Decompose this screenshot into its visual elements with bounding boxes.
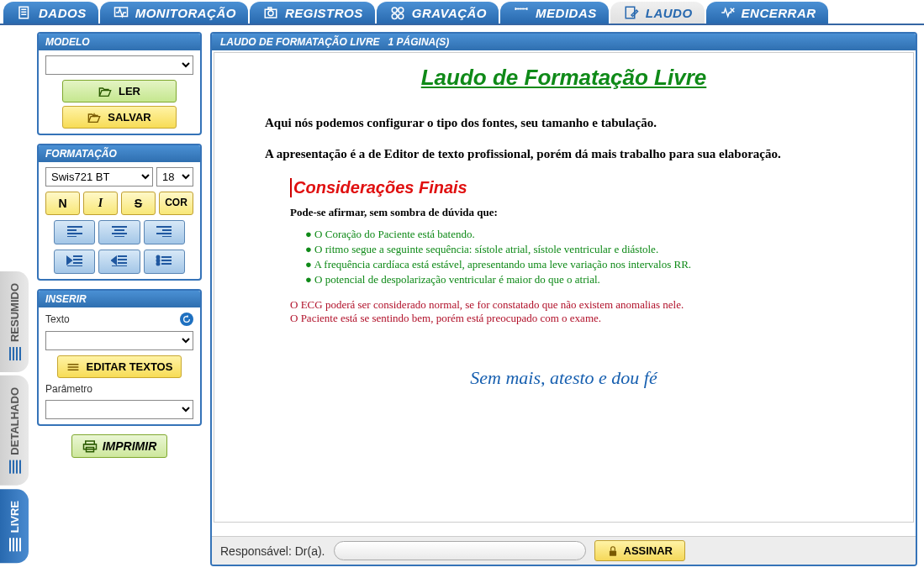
doc-subtitle: Considerações Finais: [290, 178, 863, 197]
indent-icon: [66, 255, 83, 266]
side-tab-detalhado[interactable]: DETALHADO: [0, 376, 29, 486]
bold-button[interactable]: N: [45, 192, 80, 215]
doc-bullet: O Coração do Paciente está batendo.: [305, 228, 863, 241]
font-size-select[interactable]: 18: [156, 167, 193, 187]
record-icon: [388, 5, 407, 20]
document-footer: Responsável: Dr(a). ASSINAR: [212, 536, 916, 565]
left-panel: MODELO LER SALVAR FORMATAÇÃO: [29, 25, 210, 573]
tab-label: LAUDO: [646, 6, 693, 20]
document-header: LAUDO DE FORMATAÇÃO LIVRE 1 PÁGINA(S): [212, 34, 916, 50]
button-label: SALVAR: [108, 111, 151, 123]
doc-paragraph: A apresentação é a de Editor de texto pr…: [265, 147, 863, 161]
inserir-header: INSERIR: [39, 291, 200, 307]
assinar-button[interactable]: ASSINAR: [594, 540, 686, 561]
doc-icon: [15, 5, 34, 20]
document-scroll[interactable]: Laudo de Formatação Livre Aqui nós podem…: [212, 50, 916, 536]
doc-bullet: O ritmo segue a seguinte sequência: síst…: [305, 243, 863, 256]
monitor-icon: [112, 5, 130, 20]
modelo-panel: MODELO LER SALVAR: [37, 32, 202, 135]
svg-marker-42: [112, 257, 116, 264]
font-select[interactable]: Swis721 BT: [45, 167, 153, 187]
button-label: IMPRIMIR: [103, 439, 157, 453]
align-right-icon: [156, 225, 172, 237]
lines-icon: [8, 460, 21, 474]
formatacao-panel: FORMATAÇÃO Swis721 BT 18 N I S COR: [37, 144, 202, 281]
button-label: ASSINAR: [624, 544, 673, 557]
align-right-button[interactable]: [144, 220, 185, 244]
lines-icon: [8, 347, 21, 360]
modelo-header: MODELO: [39, 34, 200, 50]
lock-icon: [607, 545, 619, 557]
side-tab-resumido[interactable]: RESUMIDO: [0, 271, 29, 372]
document-page[interactable]: Laudo de Formatação Livre Aqui nós podem…: [214, 52, 914, 523]
tab-monitoracao[interactable]: MONITORAÇÃO: [100, 2, 248, 24]
ruler-icon: [512, 5, 531, 20]
editar-textos-button[interactable]: EDITAR TEXTOS: [57, 355, 182, 378]
svg-rect-55: [609, 550, 615, 555]
side-tab-label: LIVRE: [8, 501, 21, 533]
svg-point-6: [268, 11, 273, 16]
refresh-button[interactable]: [180, 313, 193, 326]
close-icon: [718, 5, 737, 20]
doc-bullet: A frequência cardíaca está estável, apre…: [305, 258, 863, 271]
align-center-button[interactable]: [98, 220, 140, 244]
bullets-button[interactable]: [144, 250, 185, 274]
button-label: EDITAR TEXTOS: [87, 360, 173, 373]
lines-icon: [8, 538, 21, 551]
parametro-select[interactable]: [45, 400, 193, 419]
button-label: N: [58, 197, 66, 210]
tab-label: MEDIDAS: [536, 6, 597, 20]
align-center-icon: [111, 225, 128, 237]
doc-signoff: Sem mais, atesto e dou fé: [265, 367, 863, 389]
side-tab-livre[interactable]: LIVRE: [0, 489, 29, 563]
printer-icon: [82, 439, 98, 453]
formatacao-header: FORMATAÇÃO: [39, 145, 200, 162]
tab-label: MONITORAÇÃO: [135, 6, 236, 20]
inserir-panel: INSERIR Texto EDITAR TEXTOS Parâmetro: [37, 289, 202, 426]
tab-label: DADOS: [39, 6, 87, 20]
tab-registros[interactable]: REGISTROS: [250, 2, 375, 24]
tab-gravacao[interactable]: GRAVAÇÃO: [377, 2, 499, 24]
doc-header-title: LAUDO DE FORMATAÇÃO LIVRE: [220, 36, 380, 48]
align-left-button[interactable]: [54, 220, 95, 244]
document-area: LAUDO DE FORMATAÇÃO LIVRE 1 PÁGINA(S) La…: [210, 32, 917, 566]
modelo-select[interactable]: [45, 55, 193, 75]
italic-button[interactable]: I: [83, 192, 118, 215]
edit-icon: [622, 5, 641, 20]
ler-button[interactable]: LER: [62, 80, 177, 102]
svg-point-10: [392, 14, 397, 19]
responsavel-input[interactable]: [334, 541, 586, 560]
save-icon: [87, 112, 101, 123]
camera-icon: [261, 5, 280, 20]
responsavel-label: Responsável: Dr(a).: [220, 544, 325, 558]
tab-laudo[interactable]: LAUDO: [610, 2, 705, 24]
doc-note: O ECG poderá ser considerado normal, se …: [290, 298, 863, 312]
doc-intro: Pode-se afirmar, sem sombra de dúvida qu…: [290, 206, 863, 219]
svg-rect-7: [268, 8, 272, 9]
svg-marker-37: [67, 257, 71, 264]
imprimir-button[interactable]: IMPRIMIR: [71, 434, 168, 458]
strike-button[interactable]: S: [121, 192, 156, 215]
side-tab-bar: RESUMIDO DETALHADO LIVRE: [0, 25, 29, 573]
svg-point-8: [392, 8, 397, 13]
open-icon: [98, 86, 112, 97]
salvar-button[interactable]: SALVAR: [62, 106, 177, 129]
indent-button[interactable]: [54, 250, 95, 274]
tab-label: ENCERRAR: [742, 6, 816, 20]
button-label: S: [135, 197, 142, 210]
texto-select[interactable]: [45, 331, 193, 350]
outdent-button[interactable]: [98, 250, 140, 274]
button-label: COR: [165, 197, 187, 208]
svg-point-45: [157, 263, 160, 265]
color-button[interactable]: COR: [159, 192, 193, 215]
side-tab-label: RESUMIDO: [8, 283, 21, 342]
tab-dados[interactable]: DADOS: [3, 2, 98, 24]
refresh-icon: [182, 315, 191, 323]
doc-title: Laudo de Formatação Livre: [265, 65, 863, 91]
doc-paragraph: Aqui nós podemos configurar o tipo dos f…: [265, 116, 863, 130]
doc-header-pages: 1 PÁGINA(S): [388, 36, 450, 48]
doc-bullet-list: O Coração do Paciente está batendo. O ri…: [290, 228, 863, 286]
doc-note: O Paciente está se sentindo bem, porém e…: [290, 312, 863, 325]
tab-medidas[interactable]: MEDIDAS: [500, 2, 609, 24]
tab-encerrar[interactable]: ENCERRAR: [706, 2, 828, 24]
